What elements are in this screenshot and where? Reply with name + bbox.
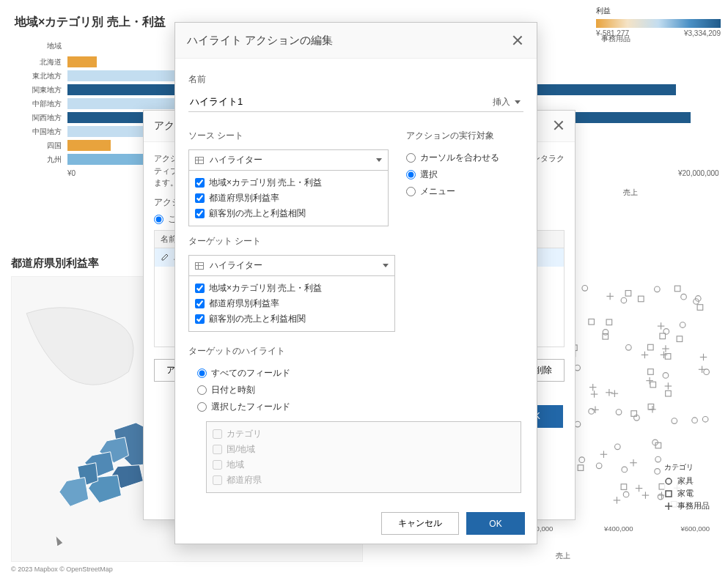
scatter-point[interactable] [621,297,627,303]
run-on-menu-radio[interactable] [406,187,416,196]
scatter-point[interactable] [663,373,669,379]
scatter-point[interactable] [661,352,668,359]
run-on-hover-radio[interactable] [406,153,416,163]
scatter-point[interactable] [606,389,613,396]
source-dropdown[interactable]: ハイライター [188,149,389,171]
scatter-point[interactable] [589,384,597,391]
scatter-point[interactable] [626,345,632,351]
scatter-point[interactable] [591,390,598,398]
chevron-down-icon [376,158,382,162]
ok-button[interactable]: OK [466,512,525,535]
worksheet-icon [195,262,204,270]
scatter-point[interactable] [648,344,654,350]
scatter-point[interactable] [655,286,661,292]
target-sheet-checkbox[interactable] [195,284,205,293]
legend-item: 事務用品 [677,500,710,511]
scatter-point[interactable] [596,463,602,469]
source-label: ソース シート [188,130,389,142]
scatter-point[interactable] [579,457,585,463]
scatter-point[interactable] [697,305,703,311]
insert-button[interactable]: 挿入 [490,95,523,110]
highlight-selected-radio[interactable] [197,402,207,412]
field-checkbox [213,429,222,439]
circle-icon [664,477,673,486]
source-sheet-label: 都道府県別利益率 [209,192,279,204]
target-dropdown[interactable]: ハイライター [188,255,395,276]
close-icon[interactable] [551,118,566,133]
scatter-point[interactable] [578,465,584,471]
scatter-point[interactable] [704,369,710,375]
scatter-point[interactable] [623,492,629,497]
chevron-down-icon [515,100,521,104]
scatter-point[interactable] [650,382,656,388]
scatter-point[interactable] [606,319,612,325]
scatter-point[interactable] [638,296,644,302]
scatter-point[interactable] [575,421,581,427]
scatter-point[interactable] [700,354,707,361]
bar-fill [67,56,97,67]
scatter-point[interactable] [600,451,608,458]
scatter-point[interactable] [655,442,661,448]
highlight-all-radio[interactable] [197,368,207,378]
source-sheet-checkbox[interactable] [195,178,205,188]
scatter-point[interactable] [589,319,595,325]
scatter-point[interactable] [582,286,588,292]
bar-label: 九州 [15,155,67,165]
scatter-point[interactable] [662,345,669,352]
highlight-date-radio[interactable] [197,385,207,395]
scatter-point[interactable] [663,329,669,335]
source-sheet-checkbox[interactable] [195,209,205,218]
bar-xtick: ¥0 [67,169,104,177]
scatter-point[interactable] [702,416,708,422]
scatter-point[interactable] [589,409,595,415]
scatter-point[interactable] [674,286,680,292]
scatter-point[interactable] [630,459,637,467]
scatter-legend-title: カテゴリ [664,462,710,473]
scatter-point[interactable] [681,294,687,300]
scatter-point[interactable] [606,293,614,300]
scatter-point[interactable] [616,410,622,415]
scatter-point[interactable] [658,494,663,500]
target-sheet-checkbox[interactable] [195,299,205,308]
scatter-point[interactable] [648,404,654,410]
bar-label: 関東地方 [15,85,67,95]
scatter-point[interactable] [655,456,661,462]
highlight-label: ターゲットのハイライト [188,345,523,357]
scatter-point[interactable] [592,407,599,414]
scatter-point[interactable] [660,333,666,339]
scatter-point[interactable] [614,497,621,504]
scatter-point[interactable] [642,492,650,499]
action-name-input[interactable] [188,93,484,110]
cancel-button[interactable]: キャンセル [381,512,459,535]
legend-item: 家電 [677,488,694,499]
scatter-point[interactable] [636,485,643,492]
scatter-point[interactable] [615,444,621,450]
target-sheet-label: 顧客別の売上と利益相関 [209,313,306,325]
actions-scope-radio[interactable] [154,215,163,224]
scatter-point[interactable] [625,291,631,297]
scatter-point[interactable] [665,382,672,390]
svg-rect-78 [666,491,672,497]
bar-header-region: 地域 [15,41,67,51]
scatter-point[interactable] [658,322,665,330]
scatter-point[interactable] [648,369,654,375]
scatter-point[interactable] [655,469,661,475]
scatter-point[interactable] [622,467,628,473]
source-sheet-checkbox[interactable] [195,193,205,203]
close-icon[interactable] [510,33,525,48]
scatter-point[interactable] [680,322,685,328]
target-sheet-checkbox[interactable] [195,314,205,324]
scatter-point[interactable] [611,390,619,397]
scatter-point[interactable] [692,418,698,423]
highlight-option: すべてのフィールド [211,367,290,379]
field-checkbox [213,445,222,454]
scatter-point[interactable] [672,418,677,424]
actions-dialog-title: アク [154,119,174,133]
scatter-point[interactable] [666,390,672,396]
run-on-select-radio[interactable] [406,170,416,179]
scatter-point[interactable] [646,377,653,385]
scatter-point[interactable] [677,336,683,342]
scatter-point[interactable] [641,352,649,359]
field-label: カテゴリ [227,428,262,440]
scatter-point[interactable] [621,484,627,490]
